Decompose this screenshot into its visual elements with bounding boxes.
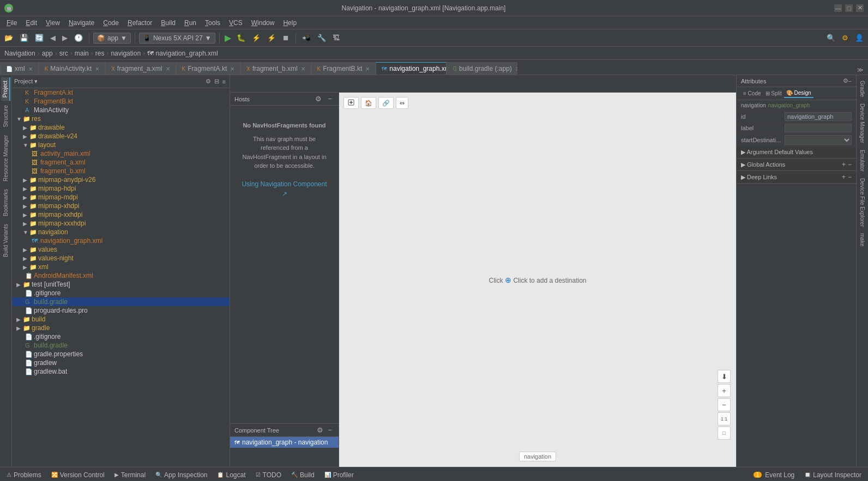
attr-section-args[interactable]: ▶ Argument Default Values (737, 147, 856, 159)
tree-item-mipmap-xxhdpi[interactable]: ▶ 📁 mipmap-xxhdpi (12, 210, 230, 219)
settings-alert-btn[interactable]: ⚙ (840, 33, 851, 43)
left-tab-build-variants[interactable]: Build Variants (2, 221, 10, 260)
hosts-gear-btn[interactable]: ⚙ (313, 94, 324, 104)
menu-file[interactable]: File (2, 18, 21, 28)
tree-item-build-folder[interactable]: ▶ 📁 build (12, 315, 230, 324)
zoom-in-btn[interactable]: + (718, 384, 731, 397)
bottom-tab-layout-inspector[interactable]: 🔲 Layout Inspector (800, 470, 866, 480)
design-tab[interactable]: 🎨 Design (784, 89, 813, 98)
zoom-fit-btn[interactable]: 1:1 (718, 412, 731, 425)
tree-item-fragmenta-kt[interactable]: K FragmentA.kt (12, 88, 230, 97)
tree-item-res[interactable]: ▼ 📁 res (12, 114, 230, 123)
breadcrumb-navigation[interactable]: Navigation (4, 50, 35, 57)
tree-item-mainactivity[interactable]: A MainActivity (12, 106, 230, 114)
breadcrumb-src[interactable]: src (59, 50, 68, 57)
tree-item-build-gradle-root[interactable]: G build.gradle (12, 341, 230, 350)
right-tab-device-file-explorer[interactable]: Device File Explorer (858, 175, 867, 230)
bottom-tab-problems[interactable]: ⚠ Problems (2, 470, 46, 480)
tree-item-mipmap-anydpi[interactable]: ▶ 📁 mipmap-anydpi-v26 (12, 175, 230, 184)
tab-close-fragmentb[interactable]: ✕ (365, 66, 370, 72)
tree-item-values[interactable]: ▶ 📁 values (12, 245, 230, 254)
left-tab-resource-manager[interactable]: Resource Manager (2, 132, 10, 185)
tree-item-gradlew[interactable]: 📄 gradlew (12, 358, 230, 367)
component-tree-minus-btn[interactable]: − (326, 425, 334, 435)
tree-item-fragment-a-xml[interactable]: 🖼 fragment_a.xml (12, 158, 230, 167)
tab-close-fragmenta[interactable]: ✕ (230, 66, 234, 72)
apply-changes-btn[interactable]: ⚡ (265, 33, 278, 43)
avd-btn[interactable]: 📲 (300, 33, 313, 43)
menu-build[interactable]: Build (156, 18, 180, 28)
tree-item-drawable-v24[interactable]: ▶ 📁 drawable-v24 (12, 132, 230, 141)
tree-item-mipmap-hdpi[interactable]: ▶ 📁 mipmap-hdpi (12, 184, 230, 193)
tab-xml[interactable]: 📄 xml ✕ (0, 62, 39, 75)
menu-help[interactable]: Help (279, 18, 301, 28)
global-actions-remove-btn[interactable]: − (848, 161, 852, 168)
run-button[interactable]: ▶ (224, 32, 232, 44)
tree-item-fragment-b-xml[interactable]: 🖼 fragment_b.xml (12, 167, 230, 175)
sdk-btn[interactable]: 🔧 (315, 33, 328, 43)
project-dropdown[interactable]: 📦 app ▼ (93, 33, 131, 44)
tree-item-gitignore-2[interactable]: 📄 .gitignore (12, 332, 230, 341)
zoom-actual-btn[interactable]: □ (718, 427, 731, 440)
close-button[interactable]: ✕ (856, 4, 864, 12)
collapse-all-btn[interactable]: ⊟ (213, 77, 221, 86)
history-btn[interactable]: 🕐 (72, 33, 85, 43)
tree-item-proguard[interactable]: 📄 proguard-rules.pro (12, 306, 230, 315)
home-btn[interactable]: 🏠 (361, 97, 376, 109)
bottom-tab-logcat[interactable]: 📋 Logcat (213, 470, 250, 480)
deep-links-add-btn[interactable]: + (842, 173, 846, 181)
open-folder-btn[interactable]: 📂 (2, 33, 15, 43)
left-tab-structure[interactable]: Structure (2, 102, 10, 131)
tab-fragmentb-kt[interactable]: K FragmentB.kt ✕ (311, 62, 376, 75)
breadcrumb-navigation[interactable]: navigation (111, 50, 141, 57)
tree-item-gradle-properties[interactable]: 📄 gradle.properties (12, 350, 230, 358)
breadcrumb-app[interactable]: app (42, 50, 53, 57)
git-update-btn[interactable]: 👤 (853, 33, 866, 43)
tab-more-btn[interactable]: ≫ (855, 65, 866, 75)
tree-item-test[interactable]: ▶ 📁 test [unitTest] (12, 280, 230, 289)
tree-item-mipmap-mdpi[interactable]: ▶ 📁 mipmap-mdpi (12, 193, 230, 202)
tab-close-mainactivity[interactable]: ✕ (95, 66, 99, 72)
bottom-tab-version-control[interactable]: 🔀 Version Control (47, 470, 109, 480)
download-btn[interactable]: ⬇ (718, 370, 731, 383)
minimize-button[interactable]: — (834, 4, 842, 12)
deep-links-remove-btn[interactable]: − (848, 173, 852, 181)
menu-tools[interactable]: Tools (201, 18, 225, 28)
bottom-tab-build[interactable]: 🔨 Build (287, 470, 319, 480)
menu-code[interactable]: Code (99, 18, 123, 28)
tree-item-gradlew-bat[interactable]: 📄 gradlew.bat (12, 367, 230, 376)
expand-options-btn[interactable]: ≡ (221, 78, 227, 86)
right-tab-device-manager[interactable]: Device Manager (858, 100, 867, 147)
tree-item-gitignore-1[interactable]: 📄 .gitignore (12, 289, 230, 297)
gear-icon[interactable]: ⚙ (204, 77, 213, 86)
tree-item-navigation-folder[interactable]: ▼ 📁 navigation (12, 228, 230, 236)
device-dropdown[interactable]: 📱 Nexus 5X API 27 ▼ (139, 33, 215, 44)
tree-item-mipmap-xhdpi[interactable]: ▶ 📁 mipmap-xhdpi (12, 202, 230, 210)
right-tab-gradle[interactable]: Gradle (858, 77, 867, 100)
attr-input-id[interactable] (785, 112, 852, 121)
attr-input-label[interactable] (785, 124, 852, 132)
bottom-tab-event-log[interactable]: 1 Event Log (749, 470, 799, 480)
stop-btn[interactable]: ⏹ (280, 33, 292, 43)
debug-btn[interactable]: 🐛 (234, 33, 248, 43)
menu-refactor[interactable]: Refactor (123, 18, 156, 28)
tree-item-build-gradle-app[interactable]: G build.gradle (12, 297, 230, 306)
tab-fragmenta-kt[interactable]: K FragmentA.kt ✕ (176, 62, 241, 75)
menu-window[interactable]: Window (247, 18, 279, 28)
tab-fragment-a-xml[interactable]: X fragment_a.xml ✕ (105, 62, 176, 75)
menu-edit[interactable]: Edit (21, 18, 41, 28)
sync-btn[interactable]: 🔄 (33, 33, 46, 43)
tree-item-layout[interactable]: ▼ 📁 layout (12, 141, 230, 149)
tab-close-fragment-b[interactable]: ✕ (301, 66, 305, 72)
back-btn[interactable]: ◀ (48, 33, 58, 43)
tab-fragment-b-xml[interactable]: X fragment_b.xml ✕ (240, 62, 311, 75)
left-tab-project[interactable]: Project (1, 77, 10, 101)
attr-select-start-dest[interactable] (785, 135, 852, 145)
save-btn[interactable]: 💾 (17, 33, 31, 43)
tree-item-androidmanifest[interactable]: 📋 AndroidManifest.xml (12, 271, 230, 280)
attributes-gear-btn[interactable]: ⚙ (843, 77, 848, 84)
zoom-out-btn[interactable]: − (718, 398, 731, 411)
menu-navigate[interactable]: Navigate (64, 18, 99, 28)
add-destination-btn[interactable] (343, 97, 359, 109)
graph-canvas[interactable]: 🏠 🔗 ⇔ Click ⊕ Click to add a destination… (339, 93, 736, 467)
